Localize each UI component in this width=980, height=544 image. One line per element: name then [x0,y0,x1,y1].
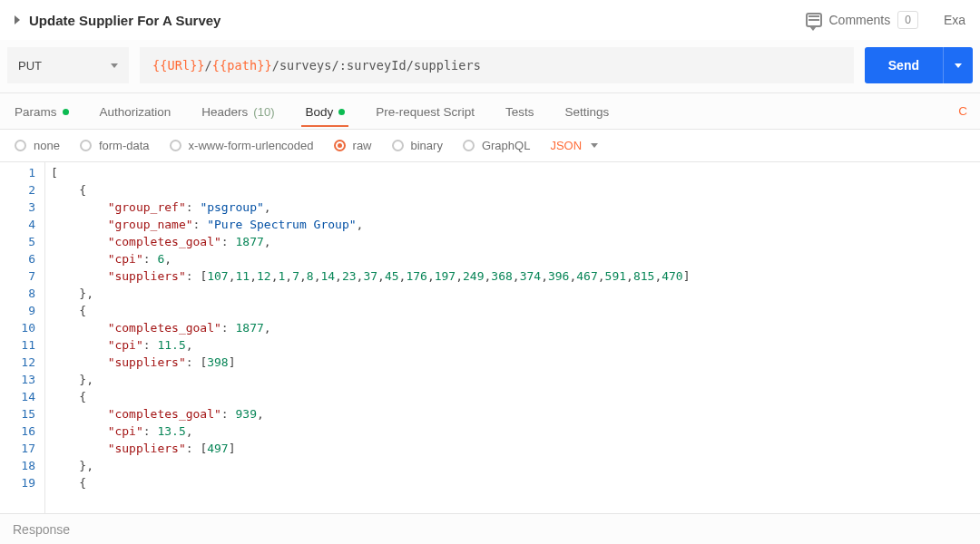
raw-mimetype-select[interactable]: JSON [550,139,598,152]
collapse-chevron-icon[interactable] [15,15,20,24]
tab-authorization[interactable]: Authorization [96,96,175,127]
chevron-down-icon [111,63,118,68]
tab-tests[interactable]: Tests [502,96,538,127]
response-label: Response [13,522,70,537]
bodytype-xwww[interactable]: x-www-form-urlencoded [170,139,314,152]
request-tabs: Params Authorization Headers (10) Body P… [0,93,980,130]
http-method-value: PUT [18,59,42,73]
send-button[interactable]: Send [865,47,973,83]
response-pane-toggle[interactable]: Response [0,513,980,544]
bodytype-raw[interactable]: raw [334,139,372,152]
body-editor[interactable]: 12345678910111213141516171819 [ { "group… [0,162,980,513]
chevron-down-icon [591,143,598,148]
bodytype-binary[interactable]: binary [392,139,443,152]
body-type-selector: none form-data x-www-form-urlencoded raw… [0,130,980,162]
bodytype-graphql[interactable]: GraphQL [463,139,530,152]
request-title: Update Supplier For A Survey [29,13,220,28]
comments-count-badge: 0 [897,11,918,29]
comment-icon [806,13,822,27]
changed-dot-icon [63,109,69,115]
tab-headers[interactable]: Headers (10) [198,96,278,127]
bodytype-formdata[interactable]: form-data [80,139,150,152]
http-method-select[interactable]: PUT [7,47,129,83]
examples-truncated-label[interactable]: Exa [944,13,965,27]
tab-body[interactable]: Body [301,96,348,127]
url-rest: /surveys/:surveyId/suppliers [272,58,481,73]
url-var-uri: {{URl}} [152,58,205,73]
url-var-path: {{path}} [212,58,272,73]
send-button-dropdown[interactable] [943,47,973,83]
chevron-down-icon [955,63,962,68]
comments-label: Comments [829,13,891,27]
changed-dot-icon [338,109,345,115]
tab-params[interactable]: Params [11,96,73,127]
send-button-label: Send [865,58,943,73]
url-input[interactable]: {{URl}}/{{path}}/surveys/:surveyId/suppl… [140,47,854,83]
code-area[interactable]: [ { "group_ref": "psgroup", "group_name"… [45,162,980,513]
line-number-gutter: 12345678910111213141516171819 [0,162,45,513]
tab-settings[interactable]: Settings [562,96,613,127]
bodytype-none[interactable]: none [15,139,60,152]
cookies-truncated[interactable]: C [958,104,969,118]
comments-button[interactable]: Comments 0 [806,11,918,29]
tab-prerequest[interactable]: Pre-request Script [372,96,478,127]
